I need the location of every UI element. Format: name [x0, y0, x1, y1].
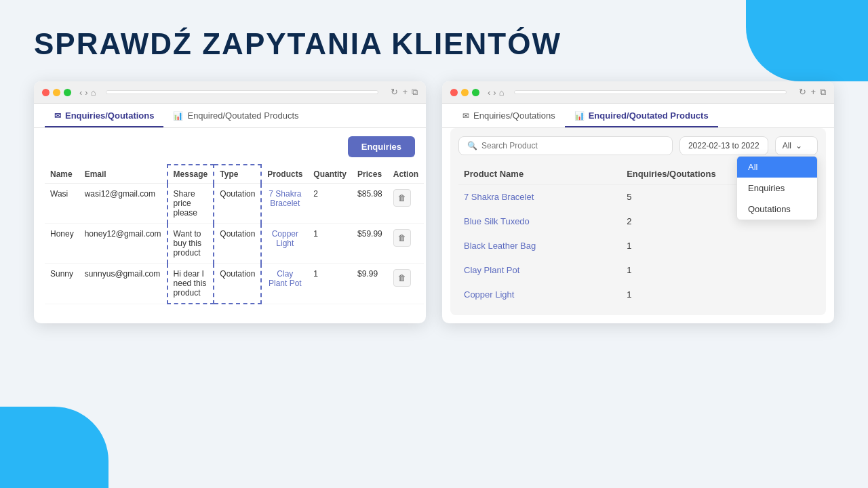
url-bar-right[interactable]	[514, 90, 787, 94]
cell-type-2: Qoutation	[214, 224, 261, 264]
dropdown-current-value: All	[783, 141, 791, 150]
cell-type-3: Qoutation	[214, 264, 261, 304]
browser-nav-right: ‹ › ⌂	[488, 87, 505, 98]
dropdown-option-quotations[interactable]: Qoutations	[737, 199, 817, 220]
tabs-bar-left: ✉ Enquiries/Qoutations 📊 Enquired/Qoutat…	[34, 104, 426, 128]
product-name-3[interactable]: Black Leather Bag	[458, 234, 621, 258]
cell-quantity-1: 2	[308, 184, 352, 224]
browser-nav-left: ‹ › ⌂	[79, 87, 96, 98]
dropdown-wrapper: All ⌄ All Enquiries Qoutations	[775, 136, 818, 155]
tab-products-right[interactable]: 📊 Enquired/Qoutated Products	[565, 104, 718, 127]
type-dropdown-menu: All Enquiries Qoutations	[736, 156, 818, 220]
url-bar-left[interactable]	[106, 90, 379, 94]
delete-button-2[interactable]: 🗑	[393, 229, 411, 247]
table-row: Honey honey12@gmail.com Want to buy this…	[45, 224, 424, 264]
search-icon: 🔍	[467, 141, 477, 150]
dot-yellow-r	[461, 89, 469, 96]
left-browser-window: ‹ › ⌂ ↻ + ⧉ ✉ Enquiries/Qoutations	[34, 81, 426, 323]
cell-product-1[interactable]: 7 Shakra Bracelet	[261, 184, 308, 224]
cell-email-2: honey12@gmail.com	[79, 224, 167, 264]
chevron-down-icon: ⌄	[795, 141, 802, 150]
bg-decoration-bottom-left	[0, 407, 108, 488]
col-prices: Prices	[352, 165, 388, 184]
product-name-4[interactable]: Clay Plant Pot	[458, 258, 621, 283]
cell-price-1: $85.98	[352, 184, 388, 224]
col-products: Products	[261, 165, 308, 184]
cell-product-3[interactable]: Clay Plant Pot	[261, 264, 308, 304]
cell-email-3: sunnyus@gmail.com	[79, 264, 167, 304]
tab-products-left[interactable]: 📊 Enquired/Qoutated Products	[163, 104, 308, 127]
search-box[interactable]: 🔍	[458, 136, 673, 155]
nav-home-r[interactable]: ⌂	[499, 87, 505, 98]
search-input[interactable]	[481, 141, 664, 150]
table-row: Copper Light 1	[458, 283, 818, 307]
right-browser-window: ‹ › ⌂ ↻ + ⧉ ✉ Enquiries/Qoutations	[442, 81, 834, 323]
search-filter-row: 🔍 2022-02-13 to 2022 All ⌄ All Enquiries…	[458, 136, 818, 163]
product-count-5: 1	[621, 283, 818, 307]
add-tab-icon-r[interactable]: +	[810, 87, 816, 98]
reload-icon-r[interactable]: ↻	[799, 87, 806, 98]
product-count-3: 1	[621, 234, 818, 258]
browser-bar-right: ‹ › ⌂ ↻ + ⧉	[442, 81, 834, 104]
cell-product-2[interactable]: Copper Light	[261, 224, 308, 264]
nav-back[interactable]: ‹	[79, 87, 82, 98]
browser-bar-left: ‹ › ⌂ ↻ + ⧉	[34, 81, 426, 104]
cell-type-1: Qoutation	[214, 184, 261, 224]
dot-yellow	[53, 89, 60, 96]
product-name-5[interactable]: Copper Light	[458, 283, 621, 307]
tab-icon-enquiries-right: ✉	[462, 111, 469, 121]
cell-message-3: Hi dear I need this product	[167, 264, 214, 304]
col-email: Email	[79, 165, 167, 184]
reload-icon[interactable]: ↻	[391, 87, 398, 98]
cell-quantity-2: 1	[308, 224, 352, 264]
dot-green-r	[472, 89, 479, 96]
delete-button-3[interactable]: 🗑	[393, 269, 411, 287]
enquiries-table: Name Email Message Type Products Quantit…	[45, 164, 424, 304]
tab-label-products-left: Enquired/Qoutated Products	[187, 110, 298, 121]
dropdown-option-all[interactable]: All	[737, 157, 817, 178]
tab-enquiries-left[interactable]: ✉ Enquiries/Qoutations	[45, 104, 163, 127]
date-filter[interactable]: 2022-02-13 to 2022	[679, 136, 768, 155]
browser-dots-right	[450, 89, 479, 96]
cell-email-1: wasi12@gmail.com	[79, 184, 167, 224]
nav-forward-r[interactable]: ›	[493, 87, 496, 98]
cell-price-3: $9.99	[352, 264, 388, 304]
tab-icon-products-right: 📊	[574, 111, 585, 121]
dot-red	[42, 89, 50, 96]
windows-row: ‹ › ⌂ ↻ + ⧉ ✉ Enquiries/Qoutations	[34, 81, 834, 323]
tab-icon-products-left: 📊	[173, 111, 183, 121]
browser-actions-right: ↻ + ⧉	[799, 87, 826, 98]
browser-actions-left: ↻ + ⧉	[391, 87, 418, 98]
enquiries-button[interactable]: Enquiries	[348, 136, 415, 157]
product-name-2[interactable]: Blue Silk Tuxedo	[458, 209, 621, 234]
table-row: Sunny sunnyus@gmail.com Hi dear I need t…	[45, 264, 424, 304]
cell-name-1: Wasi	[45, 184, 79, 224]
window-icon[interactable]: ⧉	[412, 87, 418, 98]
table-area-left: Enquiries Name Email Message Type Produc…	[34, 128, 426, 312]
product-name-1[interactable]: 7 Shakra Bracelet	[458, 185, 621, 209]
delete-button-1[interactable]: 🗑	[393, 189, 411, 207]
product-count-4: 1	[621, 258, 818, 283]
type-dropdown-trigger[interactable]: All ⌄	[775, 136, 818, 155]
col-name: Name	[45, 165, 79, 184]
window-icon-r[interactable]: ⧉	[820, 87, 826, 98]
cell-message-1: Share price please	[167, 184, 214, 224]
tab-enquiries-right[interactable]: ✉ Enquiries/Qoutations	[453, 104, 565, 127]
nav-home[interactable]: ⌂	[91, 87, 96, 98]
add-tab-icon[interactable]: +	[402, 87, 408, 98]
col-quantity: Quantity	[308, 165, 352, 184]
cell-action-1: 🗑	[388, 184, 424, 224]
cell-name-2: Honey	[45, 224, 79, 264]
browser-dots-left	[42, 89, 71, 96]
cell-action-3: 🗑	[388, 264, 424, 304]
dropdown-option-enquiries[interactable]: Enquiries	[737, 178, 817, 199]
col-action: Action	[388, 165, 424, 184]
tab-label-enquiries-right: Enquiries/Qoutations	[473, 110, 555, 121]
nav-back-r[interactable]: ‹	[488, 87, 490, 98]
nav-forward[interactable]: ›	[85, 87, 87, 98]
table-row: Black Leather Bag 1	[458, 234, 818, 258]
cell-quantity-3: 1	[308, 264, 352, 304]
col-message: Message	[167, 165, 214, 184]
tabs-bar-right: ✉ Enquiries/Qoutations 📊 Enquired/Qoutat…	[442, 104, 834, 128]
dot-red-r	[450, 89, 458, 96]
